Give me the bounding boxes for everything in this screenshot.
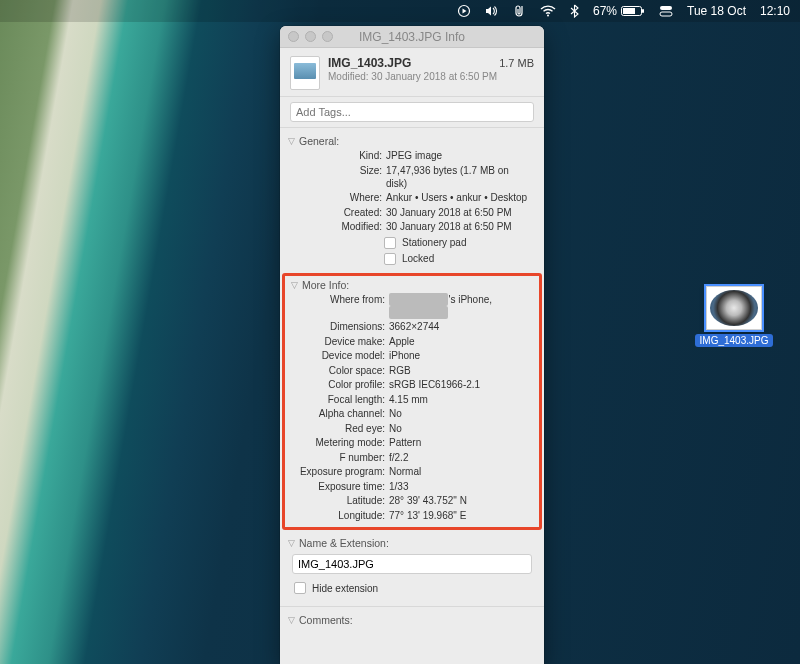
disclosure-icon: ▽ [288, 136, 295, 146]
devicemodel-value: iPhone [389, 349, 529, 362]
where-value: Ankur • Users • ankur • Desktop [386, 191, 532, 204]
devicemake-value: Apple [389, 335, 529, 348]
battery-percentage: 67% [593, 4, 617, 18]
battery-status[interactable]: 67% [593, 4, 645, 18]
disclosure-icon: ▽ [291, 280, 298, 290]
bluetooth-icon[interactable] [570, 4, 579, 18]
more-info-highlight: ▽ More Info: Where from:████ ████'s iPho… [282, 273, 542, 531]
svg-rect-3 [642, 9, 644, 13]
metering-value: Pattern [389, 436, 529, 449]
locked-checkbox[interactable] [384, 253, 396, 265]
stationery-checkbox[interactable] [384, 237, 396, 249]
alpha-value: No [389, 407, 529, 420]
size-value: 17,47,936 bytes (1.7 MB on disk) [386, 164, 532, 190]
file-name-label: IMG_1403.JPG [695, 334, 774, 347]
redeye-value: No [389, 422, 529, 435]
wifi-icon[interactable] [540, 5, 556, 17]
svg-rect-5 [660, 6, 672, 10]
disclosure-icon: ▽ [288, 538, 295, 548]
dimensions-value: 3662×2744 [389, 320, 529, 333]
kind-value: JPEG image [386, 149, 532, 162]
file-icon [290, 56, 320, 90]
header-filename: IMG_1403.JPG [328, 56, 411, 70]
tags-row [280, 97, 544, 128]
wherefrom-value: ████ ████'s iPhone,████ ████ [389, 293, 529, 319]
svg-rect-4 [623, 8, 635, 14]
longitude-value: 77° 13' 19.968" E [389, 509, 529, 522]
exposuretime-value: 1/33 [389, 480, 529, 493]
focallength-value: 4.15 mm [389, 393, 529, 406]
header-size: 1.7 MB [499, 57, 534, 69]
desktop-file-item[interactable]: IMG_1403.JPG [702, 286, 766, 347]
file-thumbnail [706, 286, 762, 330]
volume-icon[interactable] [485, 4, 500, 18]
section-name-ext: ▽ Name & Extension: Hide extension [280, 530, 544, 606]
section-heading-moreinfo[interactable]: ▽ More Info: [285, 276, 539, 293]
latitude-value: 28° 39' 43.752" N [389, 494, 529, 507]
playback-icon[interactable] [457, 4, 471, 18]
exposureprog-value: Normal [389, 465, 529, 478]
menubar-time[interactable]: 12:10 [760, 4, 790, 18]
svg-rect-6 [660, 12, 672, 16]
tags-input[interactable] [290, 102, 534, 122]
section-heading-nameext[interactable]: ▽ Name & Extension: [282, 534, 542, 551]
menubar-date[interactable]: Tue 18 Oct [687, 4, 746, 18]
section-heading-general[interactable]: ▽ General: [282, 132, 542, 149]
name-ext-input[interactable] [292, 554, 532, 574]
titlebar[interactable]: IMG_1403.JPG Info [280, 26, 544, 48]
created-value: 30 January 2018 at 6:50 PM [386, 206, 532, 219]
svg-point-1 [547, 15, 549, 17]
section-general: ▽ General: Kind:JPEG image Size:17,47,93… [280, 128, 544, 273]
info-header: IMG_1403.JPG 1.7 MB Modified: 30 January… [280, 48, 544, 97]
header-modified: Modified: 30 January 2018 at 6:50 PM [328, 71, 534, 82]
colorprofile-value: sRGB IEC61966-2.1 [389, 378, 529, 391]
toggle-icon[interactable] [659, 5, 673, 17]
get-info-window: IMG_1403.JPG Info IMG_1403.JPG 1.7 MB Mo… [280, 26, 544, 664]
menubar: 67% Tue 18 Oct 12:10 [0, 0, 800, 22]
hide-extension-checkbox[interactable] [294, 582, 306, 594]
window-title: IMG_1403.JPG Info [359, 30, 465, 44]
section-comments: ▽ Comments: [280, 607, 544, 634]
section-heading-comments[interactable]: ▽ Comments: [282, 611, 542, 628]
modified-value: 30 January 2018 at 6:50 PM [386, 220, 532, 233]
colorspace-value: RGB [389, 364, 529, 377]
paperclip-icon[interactable] [514, 4, 526, 18]
fnumber-value: f/2.2 [389, 451, 529, 464]
disclosure-icon: ▽ [288, 615, 295, 625]
